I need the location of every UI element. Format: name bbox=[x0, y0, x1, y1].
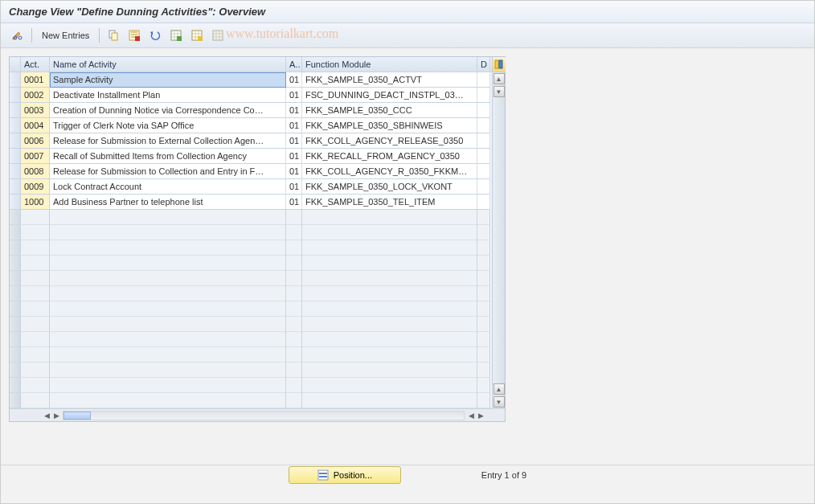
scroll-left-icon[interactable]: ◀ bbox=[42, 411, 51, 420]
cell-act[interactable] bbox=[21, 347, 50, 363]
cell-act[interactable]: 0004 bbox=[21, 118, 50, 133]
cell-a[interactable] bbox=[286, 363, 302, 378]
cell-d[interactable] bbox=[477, 164, 490, 179]
cell-a[interactable]: 01 bbox=[286, 118, 302, 133]
row-selector[interactable] bbox=[10, 210, 21, 225]
toggle-button[interactable] bbox=[9, 27, 27, 44]
cell-act[interactable]: 0007 bbox=[21, 149, 50, 164]
col-a-header[interactable]: A.. bbox=[286, 57, 302, 72]
cell-fm[interactable]: FKK_SAMPLE_0350_SBHINWEIS bbox=[302, 118, 477, 133]
cell-fm[interactable]: FKK_SAMPLE_0350_CCC bbox=[302, 103, 477, 118]
horizontal-scrollbar[interactable]: ◀ ▶ ◀ ▶ bbox=[10, 408, 505, 421]
cell-name[interactable] bbox=[50, 301, 286, 317]
cell-name[interactable] bbox=[50, 317, 286, 332]
table-row[interactable] bbox=[10, 378, 492, 393]
cell-fm[interactable] bbox=[302, 332, 477, 347]
cell-act[interactable] bbox=[21, 210, 50, 225]
cell-name[interactable]: Trigger of Clerk Note via SAP Office bbox=[50, 118, 286, 133]
row-selector[interactable] bbox=[10, 149, 21, 164]
cell-d[interactable] bbox=[477, 72, 490, 88]
scroll-down-icon[interactable]: ▼ bbox=[494, 86, 505, 97]
row-selector[interactable] bbox=[10, 195, 21, 210]
table-row[interactable]: 1000Add Business Partner to telephone li… bbox=[10, 195, 492, 210]
cell-act[interactable] bbox=[21, 363, 50, 378]
new-entries-button[interactable]: New Entries bbox=[37, 27, 94, 44]
cell-a[interactable]: 01 bbox=[286, 72, 302, 88]
cell-fm[interactable]: FKK_SAMPLE_0350_TEL_ITEM bbox=[302, 195, 477, 210]
cell-act[interactable]: 0006 bbox=[21, 133, 50, 149]
table-row[interactable]: 0009Lock Contract Account01FKK_SAMPLE_03… bbox=[10, 179, 492, 195]
cell-act[interactable]: 0002 bbox=[21, 88, 50, 103]
scroll-down2-icon[interactable]: ▼ bbox=[494, 396, 505, 408]
table-row[interactable] bbox=[10, 393, 492, 408]
cell-fm[interactable] bbox=[302, 256, 477, 271]
row-selector[interactable] bbox=[10, 301, 21, 317]
cell-name[interactable] bbox=[50, 332, 286, 347]
col-selector-header[interactable] bbox=[10, 57, 21, 72]
cell-fm[interactable]: FKK_COLL_AGENCY_R_0350_FKKM… bbox=[302, 164, 477, 179]
scroll-up-icon[interactable]: ▲ bbox=[494, 73, 505, 84]
cell-act[interactable] bbox=[21, 286, 50, 301]
table-row[interactable] bbox=[10, 317, 492, 332]
cell-name[interactable]: Creation of Dunning Notice via Correspon… bbox=[50, 103, 286, 118]
vertical-scrollbar[interactable]: ▲ ▼ ▲ ▼ bbox=[492, 57, 505, 408]
row-selector[interactable] bbox=[10, 88, 21, 103]
cell-a[interactable] bbox=[286, 347, 302, 363]
col-d-header[interactable]: D bbox=[477, 57, 490, 72]
row-selector[interactable] bbox=[10, 179, 21, 195]
cell-fm[interactable] bbox=[302, 240, 477, 256]
cell-act[interactable]: 1000 bbox=[21, 195, 50, 210]
cell-act[interactable] bbox=[21, 225, 50, 240]
cell-fm[interactable] bbox=[302, 210, 477, 225]
cell-name[interactable] bbox=[50, 240, 286, 256]
cell-a[interactable]: 01 bbox=[286, 133, 302, 149]
cell-d[interactable] bbox=[477, 88, 490, 103]
cell-act[interactable] bbox=[21, 378, 50, 393]
cell-act[interactable] bbox=[21, 271, 50, 286]
cell-fm[interactable] bbox=[302, 378, 477, 393]
scroll-right-icon[interactable]: ▶ bbox=[476, 411, 485, 420]
table-row[interactable] bbox=[10, 363, 492, 378]
cell-act[interactable] bbox=[21, 256, 50, 271]
col-name-header[interactable]: Name of Activity bbox=[50, 57, 286, 72]
table-row[interactable]: 0003Creation of Dunning Notice via Corre… bbox=[10, 103, 492, 118]
cell-name[interactable] bbox=[50, 271, 286, 286]
row-selector[interactable] bbox=[10, 72, 21, 88]
cell-act[interactable] bbox=[21, 240, 50, 256]
row-selector[interactable] bbox=[10, 164, 21, 179]
row-selector[interactable] bbox=[10, 317, 21, 332]
cell-fm[interactable] bbox=[302, 363, 477, 378]
cell-a[interactable] bbox=[286, 332, 302, 347]
row-selector[interactable] bbox=[10, 286, 21, 301]
save-button[interactable] bbox=[125, 27, 143, 44]
cell-act[interactable] bbox=[21, 301, 50, 317]
cell-act[interactable]: 0008 bbox=[21, 164, 50, 179]
cell-fm[interactable]: FKK_SAMPLE_0350_LOCK_VKONT bbox=[302, 179, 477, 195]
cell-a[interactable] bbox=[286, 225, 302, 240]
cell-name[interactable]: Lock Contract Account bbox=[50, 179, 286, 195]
cell-a[interactable]: 01 bbox=[286, 103, 302, 118]
cell-a[interactable]: 01 bbox=[286, 88, 302, 103]
select-all-button[interactable] bbox=[167, 27, 185, 44]
table-row[interactable] bbox=[10, 347, 492, 363]
table-row[interactable]: 0001Sample Activity01FKK_SAMPLE_0350_ACT… bbox=[10, 72, 492, 88]
cell-fm[interactable]: FKK_RECALL_FROM_AGENCY_0350 bbox=[302, 149, 477, 164]
cell-name[interactable] bbox=[50, 378, 286, 393]
cell-act[interactable]: 0009 bbox=[21, 179, 50, 195]
cell-act[interactable]: 0003 bbox=[21, 103, 50, 118]
cell-fm[interactable] bbox=[302, 347, 477, 363]
col-fm-header[interactable]: Function Module bbox=[302, 57, 477, 72]
cell-name[interactable] bbox=[50, 225, 286, 240]
row-selector[interactable] bbox=[10, 378, 21, 393]
scroll-left2-icon[interactable]: ◀ bbox=[466, 411, 476, 420]
scroll-thumb[interactable] bbox=[63, 412, 91, 420]
copy-button[interactable] bbox=[104, 27, 122, 44]
row-selector[interactable] bbox=[10, 133, 21, 149]
cell-d[interactable] bbox=[477, 225, 490, 240]
cell-a[interactable] bbox=[286, 378, 302, 393]
cell-d[interactable] bbox=[477, 347, 490, 363]
cell-d[interactable] bbox=[477, 179, 490, 195]
table-row[interactable] bbox=[10, 240, 492, 256]
cell-d[interactable] bbox=[477, 301, 490, 317]
cell-act[interactable] bbox=[21, 393, 50, 408]
